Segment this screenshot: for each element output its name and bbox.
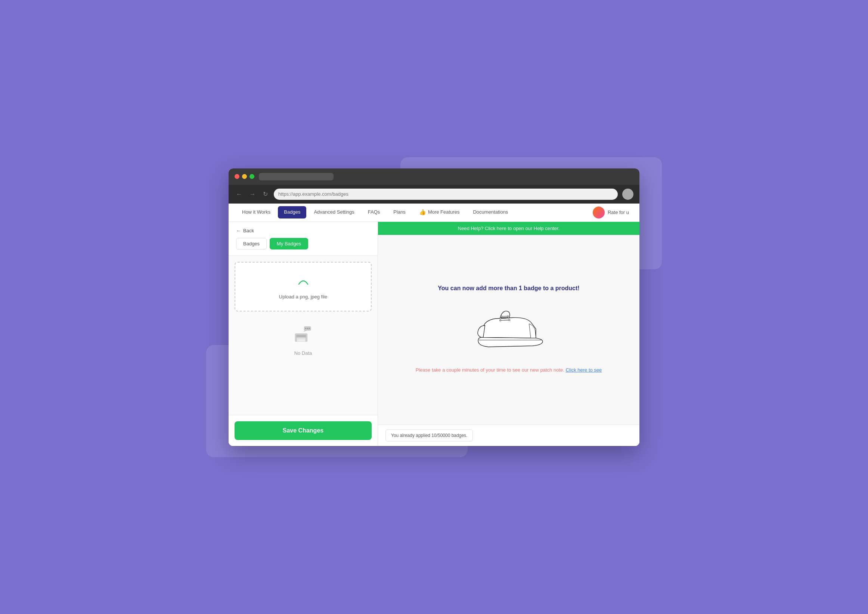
svg-point-2	[307, 327, 308, 329]
save-btn-area: Save Changes	[229, 415, 378, 446]
title-bar	[229, 169, 639, 185]
svg-point-18	[509, 319, 510, 321]
refresh-icon: ↻	[263, 191, 268, 197]
left-panel: ← Back Badges My Badges	[229, 222, 378, 446]
svg-point-13	[501, 316, 502, 317]
browser-user-avatar	[622, 189, 634, 200]
svg-point-15	[500, 318, 501, 319]
back-arrow-icon: ←	[236, 191, 242, 197]
svg-point-16	[508, 318, 510, 319]
back-label: Back	[243, 228, 254, 233]
no-data-icon	[292, 325, 315, 347]
back-link[interactable]: ← Back	[236, 228, 370, 233]
minimize-button[interactable]	[242, 174, 247, 179]
browser-back-button[interactable]: ←	[234, 190, 243, 198]
tab-badges-button[interactable]: Badges	[236, 238, 267, 250]
svg-rect-9	[297, 340, 305, 341]
upload-text: Upload a png, jpeg file	[243, 294, 363, 299]
nav-item-faqs[interactable]: FAQs	[362, 204, 386, 221]
upload-area[interactable]: Upload a png, jpeg file	[234, 262, 372, 312]
tab-my-badges-button[interactable]: My Badges	[270, 238, 308, 250]
nav-item-how-it-works[interactable]: How it Works	[236, 204, 276, 221]
forward-arrow-icon: →	[250, 191, 256, 197]
svg-point-14	[507, 316, 509, 317]
no-data-label: No Data	[294, 350, 312, 356]
rate-label: Rate for u	[608, 209, 629, 215]
svg-rect-7	[297, 337, 305, 338]
title-url-bar	[259, 173, 333, 180]
address-bar[interactable]	[274, 189, 618, 200]
badge-info-box: You already applied 10/50000 badges.	[386, 429, 473, 442]
nav-item-plans[interactable]: Plans	[388, 204, 412, 221]
right-footer: You already applied 10/50000 badges.	[378, 425, 639, 446]
user-avatar	[593, 206, 604, 219]
back-arrow-icon: ←	[236, 228, 241, 233]
svg-point-17	[499, 320, 501, 321]
patch-note: Please take a couple minutes of your tim…	[416, 366, 602, 374]
nav-item-more-features[interactable]: 👍 More Features	[413, 203, 466, 222]
browser-forward-button[interactable]: →	[248, 190, 257, 198]
thumb-icon: 👍	[419, 209, 426, 216]
svg-point-1	[305, 327, 306, 329]
svg-point-3	[308, 327, 310, 329]
user-section: Rate for u	[590, 203, 632, 222]
panel-spacer	[229, 363, 378, 415]
main-content: ← Back Badges My Badges	[229, 222, 639, 446]
shoe-illustration	[471, 303, 546, 352]
nav-item-advanced-settings[interactable]: Advanced Settings	[308, 204, 360, 221]
browser-toolbar: ← → ↻	[229, 185, 639, 203]
upload-arc-icon	[295, 274, 312, 290]
panel-header: ← Back Badges My Badges	[229, 222, 378, 256]
browser-window: ← → ↻ How it Works Badges Advanced Setti…	[229, 169, 639, 446]
help-banner[interactable]: Need Help? Click here to open our Help c…	[378, 222, 639, 235]
right-panel: Need Help? Click here to open our Help c…	[378, 222, 639, 446]
maximize-button[interactable]	[250, 174, 254, 179]
svg-rect-6	[296, 335, 306, 338]
promo-text: You can now add more than 1 badge to a p…	[438, 285, 579, 291]
tab-buttons: Badges My Badges	[236, 238, 370, 250]
no-data-section: No Data	[229, 318, 378, 363]
nav-item-documentations[interactable]: Documentations	[467, 204, 514, 221]
close-button[interactable]	[234, 174, 239, 179]
app-nav: How it Works Badges Advanced Settings FA…	[229, 203, 639, 222]
patch-note-link[interactable]: Click here to see	[566, 367, 602, 373]
save-changes-button[interactable]: Save Changes	[234, 421, 372, 440]
right-content: You can now add more than 1 badge to a p…	[378, 235, 639, 425]
nav-item-badges[interactable]: Badges	[278, 206, 306, 219]
browser-refresh-button[interactable]: ↻	[262, 190, 269, 198]
svg-rect-8	[297, 339, 305, 340]
traffic-lights	[234, 174, 254, 179]
svg-marker-4	[303, 330, 307, 332]
